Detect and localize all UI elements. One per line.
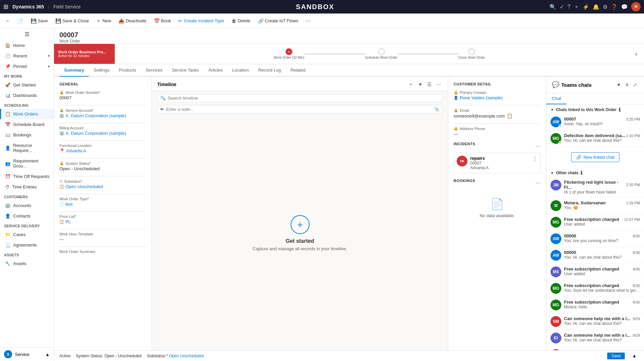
other-chat-item-6[interactable]: MS Free subscription charged9/30 User ad…: [546, 264, 644, 280]
settings-icon[interactable]: ⚙: [603, 4, 608, 10]
delete-button[interactable]: 🗑Delete: [228, 17, 254, 25]
field-value-substatus[interactable]: 📋 Open Unscheduled: [59, 184, 146, 189]
sidebar-item-accounts[interactable]: 🏢 Accounts: [0, 200, 54, 211]
sidebar-item-dashboards[interactable]: 📊 Dashboards: [0, 90, 54, 101]
incidents-more-button[interactable]: ⋯: [535, 143, 541, 149]
timeline-add-button[interactable]: ＋: [407, 81, 414, 88]
timeline-filter-button[interactable]: ▼: [417, 81, 424, 88]
tab-record-log[interactable]: Record Log: [253, 64, 286, 77]
process-step-1[interactable]: ● Work Order (32 Min): [274, 48, 304, 59]
other-chat-item-9[interactable]: SM Can someone help me with a l...9/29 Y…: [546, 313, 644, 330]
teams-expand-button[interactable]: ⤢: [632, 81, 639, 89]
sidebar-item-assets[interactable]: 🔧 Assets: [0, 258, 54, 269]
more-button[interactable]: ⋯: [302, 16, 313, 25]
other-chat-item-4[interactable]: AW 000069/30 You: Are you running on tim…: [546, 231, 644, 247]
tab-settings[interactable]: Settings: [89, 64, 114, 77]
other-chat-item-10[interactable]: El Can someone help me with a l...9/29 Y…: [546, 330, 644, 346]
field-value-functional-location[interactable]: 📍 Advanta A: [59, 148, 146, 153]
other-info-icon[interactable]: ℹ: [581, 170, 582, 176]
field-value-billing-account[interactable]: 🏢 A. Datum Corporation (sample): [59, 131, 146, 136]
plus-icon[interactable]: ＋: [574, 3, 579, 10]
teams-tab-chat[interactable]: Chat: [546, 93, 566, 104]
other-chat-item-11[interactable]: AE Charged for free trial9/29 You: Hi, c…: [546, 346, 644, 350]
user-avatar[interactable]: H: [631, 2, 641, 11]
check-icon[interactable]: ✓: [560, 4, 564, 10]
teams-filter-button[interactable]: ▼: [615, 81, 622, 89]
create-iot-button[interactable]: 🔗Create IoT Flows: [254, 17, 302, 25]
expand-icon[interactable]: ▼: [551, 108, 554, 112]
attachment-icon[interactable]: 📎: [434, 107, 439, 112]
incident-more-button[interactable]: ⋮: [532, 156, 538, 162]
other-chat-item-7[interactable]: MG Free subscription charged9/30 You: Su…: [546, 280, 644, 297]
sidebar-item-cases[interactable]: 📁 Cases: [0, 229, 54, 240]
tab-summary[interactable]: Summary: [59, 64, 89, 77]
book-button[interactable]: 📅Book: [151, 17, 175, 25]
save-dropdown-button[interactable]: ▲: [630, 352, 639, 359]
timeline-search-input[interactable]: [168, 96, 439, 101]
other-chat-item-5[interactable]: AW 000059/30 You: Hi, can we chat about …: [546, 247, 644, 264]
tab-services[interactable]: Services: [141, 64, 167, 77]
other-chat-item-8[interactable]: MG Free subscription charged9/30 Molara:…: [546, 297, 644, 313]
new-linked-chat-button[interactable]: 🔗 New linked chat: [571, 152, 620, 162]
process-step-2[interactable]: Schedule Work Order: [365, 48, 398, 59]
linked-chat-item-2[interactable]: MG Defective item delivered (sa... 1:10 …: [546, 130, 644, 147]
sidebar-item-time-entries[interactable]: ⏱ Time Entries: [0, 182, 54, 192]
sidebar-toggle[interactable]: ☰: [0, 28, 54, 40]
tab-related[interactable]: Related: [286, 64, 310, 77]
status-bar-save-button[interactable]: Save: [607, 353, 624, 359]
back-button[interactable]: ←: [4, 17, 12, 25]
page-icon-button[interactable]: 📄: [14, 17, 27, 25]
field-value-price-list[interactable]: 📋 PL: [59, 219, 146, 224]
linked-chat-item-1[interactable]: AW 00007 3:25 PM Anne: Yep, on track!!!: [546, 114, 644, 130]
timeline-more-button[interactable]: ⋯: [435, 81, 442, 88]
new-button[interactable]: ＋New: [93, 17, 114, 25]
other-expand-icon[interactable]: ▼: [551, 171, 554, 175]
tab-articles[interactable]: Articles: [204, 64, 227, 77]
timeline-note-input[interactable]: [166, 107, 432, 112]
substatus-status-value[interactable]: Open Unscheduled: [169, 354, 204, 358]
other-chat-item-2[interactable]: M Molara, Sudarsanan1:29 PM You: 😊: [546, 198, 644, 214]
tab-location[interactable]: Location: [227, 64, 253, 77]
other-chat-item-1[interactable]: JM Flickering red light issue - Fl...2:2…: [546, 177, 644, 198]
chat-icon[interactable]: 💬: [621, 4, 628, 10]
linked-info-icon[interactable]: ℹ: [619, 107, 620, 112]
incident-card[interactable]: re repairs 00007 Advanta A ⋮: [454, 153, 541, 173]
tab-products[interactable]: Products: [114, 64, 141, 77]
field-value-service-account[interactable]: 🏢 A. Datum Corporation (sample): [59, 113, 146, 118]
create-incident-button[interactable]: ✏Create Incident Type: [175, 17, 227, 25]
sidebar-item-work-orders[interactable]: 📋 Work Orders: [0, 109, 54, 119]
process-step-3[interactable]: Close Work Order: [458, 48, 485, 59]
sidebar-item-recent[interactable]: 🕐 Recent ▾: [0, 51, 54, 61]
sidebar-item-schedule-board[interactable]: 📅 Schedule Board: [0, 119, 54, 130]
email-copy-button[interactable]: 📋: [507, 113, 512, 119]
other-chat-item-3[interactable]: MG Free subscription charged12:57 PM Use…: [546, 214, 644, 231]
process-next-button[interactable]: ›: [635, 50, 637, 57]
bookings-more-button[interactable]: ⋯: [535, 180, 541, 186]
tab-service-tasks[interactable]: Service Tasks: [167, 64, 204, 77]
sidebar-item-agreements[interactable]: 📃 Agreements: [0, 240, 54, 250]
sidebar-item-pinned[interactable]: 📌 Pinned ▾: [0, 61, 54, 72]
sidebar-item-bookings[interactable]: 📖 Bookings: [0, 130, 54, 140]
bell-icon[interactable]: 🔔: [593, 4, 599, 10]
save-close-button[interactable]: 💾Save & Close: [52, 17, 92, 25]
filter-icon[interactable]: ⚡: [583, 4, 589, 10]
sidebar-item-get-started[interactable]: 🚀 Get Started: [0, 80, 54, 90]
waffle-icon[interactable]: ⊞: [3, 3, 8, 10]
question-icon[interactable]: ?: [567, 4, 570, 10]
field-value-primary-contact[interactable]: 👤 Rene Valdes (sample): [454, 95, 541, 100]
search-icon[interactable]: 🔍: [549, 4, 556, 10]
timeline-search[interactable]: 🔍: [157, 94, 442, 102]
deactivate-button[interactable]: 📤Deactivate: [115, 17, 150, 25]
sidebar-item-contacts[interactable]: 👤 Contacts: [0, 211, 54, 221]
save-button[interactable]: 💾Save: [27, 17, 51, 25]
teams-close-button[interactable]: ✕: [624, 81, 630, 89]
field-value-work-order-type[interactable]: 📄 test: [59, 202, 146, 207]
sidebar-item-req-group[interactable]: 👥 Requirement Grou...: [0, 156, 54, 171]
sidebar-nav-icon[interactable]: ▲: [45, 352, 50, 357]
timeline-view-button[interactable]: ☰: [426, 81, 433, 88]
sidebar-item-resource-req[interactable]: 👤 Resource Require...: [0, 140, 54, 156]
timeline-note[interactable]: ✏ 📎: [157, 105, 442, 113]
sidebar-item-time-off[interactable]: ⏰ Time Off Requests: [0, 171, 54, 182]
timeline-add-circle[interactable]: ＋: [291, 215, 310, 234]
sidebar-item-home[interactable]: 🏠 Home: [0, 40, 54, 51]
